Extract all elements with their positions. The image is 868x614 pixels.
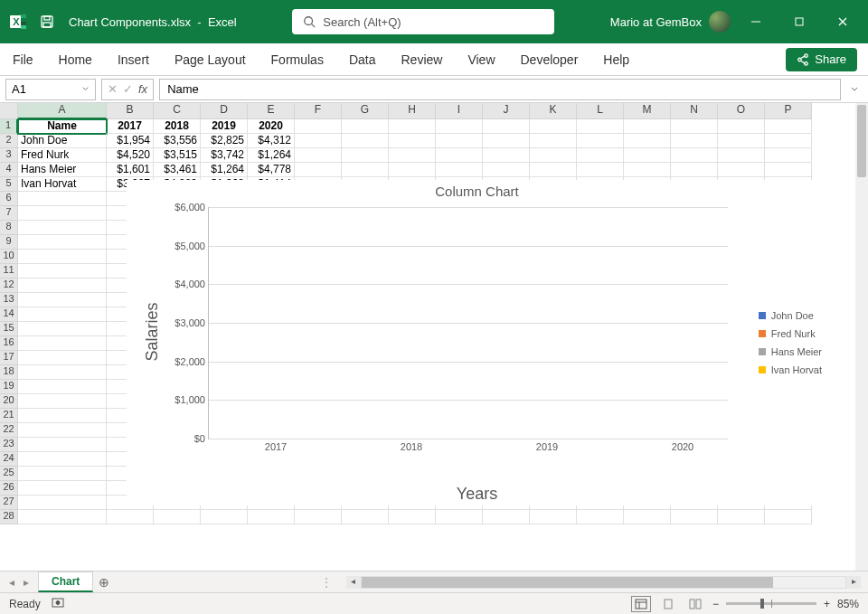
scroll-right-button[interactable]: ▸ (846, 576, 861, 589)
view-pagebreak-button[interactable] (685, 596, 705, 612)
row-header-28[interactable]: 28 (0, 510, 18, 524)
cell[interactable] (436, 119, 483, 134)
minimize-button[interactable] (738, 9, 774, 34)
col-header-f[interactable]: F (295, 103, 342, 119)
cell[interactable] (389, 148, 436, 163)
cell[interactable] (530, 134, 577, 148)
cell[interactable] (201, 510, 248, 524)
cell[interactable]: $4,778 (248, 163, 295, 177)
cell[interactable] (18, 510, 107, 524)
cell[interactable] (18, 293, 107, 307)
fx-icon[interactable]: fx (138, 82, 147, 96)
cell[interactable] (530, 163, 577, 177)
cell[interactable] (18, 496, 107, 510)
user-avatar[interactable] (709, 11, 731, 33)
select-all-corner[interactable] (0, 103, 18, 119)
cell[interactable]: $3,556 (154, 134, 201, 148)
cell[interactable] (577, 510, 624, 524)
cell[interactable] (718, 148, 765, 163)
cell[interactable] (18, 351, 107, 365)
cell[interactable] (18, 438, 107, 452)
cell[interactable] (342, 510, 389, 524)
row-header-5[interactable]: 5 (0, 177, 18, 192)
search-box[interactable]: Search (Alt+Q) (292, 9, 554, 34)
row-header-7[interactable]: 7 (0, 206, 18, 221)
cell[interactable] (389, 134, 436, 148)
cell[interactable]: $1,954 (107, 134, 154, 148)
cell[interactable] (577, 163, 624, 177)
cell[interactable] (18, 250, 107, 264)
cell[interactable] (18, 279, 107, 293)
cell[interactable]: 2017 (107, 119, 154, 134)
cell[interactable] (18, 423, 107, 438)
cell[interactable] (295, 510, 342, 524)
cell[interactable] (671, 163, 718, 177)
cell[interactable] (577, 134, 624, 148)
col-header-j[interactable]: J (483, 103, 530, 119)
cell[interactable] (18, 336, 107, 351)
cell[interactable] (718, 119, 765, 134)
col-header-e[interactable]: E (248, 103, 295, 119)
cell[interactable] (436, 134, 483, 148)
row-header-6[interactable]: 6 (0, 192, 18, 206)
row-header-23[interactable]: 23 (0, 438, 18, 452)
cell[interactable] (18, 380, 107, 394)
row-header-13[interactable]: 13 (0, 293, 18, 307)
cell[interactable]: $4,520 (107, 148, 154, 163)
cell[interactable]: 2018 (154, 119, 201, 134)
cell[interactable] (342, 148, 389, 163)
col-header-k[interactable]: K (530, 103, 577, 119)
cell[interactable] (18, 409, 107, 423)
col-header-c[interactable]: C (154, 103, 201, 119)
cell[interactable] (718, 163, 765, 177)
cell[interactable] (483, 163, 530, 177)
cell[interactable] (389, 119, 436, 134)
zoom-in-button[interactable]: + (824, 598, 830, 610)
accept-formula-icon[interactable]: ✓ (123, 82, 133, 96)
row-header-20[interactable]: 20 (0, 394, 18, 409)
ribbon-tab-developer[interactable]: Developer (519, 47, 580, 72)
cell[interactable] (18, 322, 107, 336)
cell[interactable] (18, 192, 107, 206)
user-name[interactable]: Mario at GemBox (610, 15, 702, 29)
row-header-26[interactable]: 26 (0, 481, 18, 496)
add-sheet-button[interactable]: ⊕ (93, 575, 115, 590)
cell[interactable] (154, 510, 201, 524)
cell[interactable]: $1,264 (248, 148, 295, 163)
cell[interactable] (342, 119, 389, 134)
cell[interactable] (624, 119, 671, 134)
cell[interactable]: 2019 (201, 119, 248, 134)
horizontal-scrollbar[interactable]: ◂ ▸ (346, 576, 861, 589)
cell[interactable] (295, 148, 342, 163)
col-header-n[interactable]: N (671, 103, 718, 119)
maximize-button[interactable] (781, 9, 817, 34)
cell[interactable] (295, 163, 342, 177)
cell[interactable] (18, 235, 107, 250)
cell[interactable]: 2020 (248, 119, 295, 134)
cell[interactable] (577, 119, 624, 134)
cell[interactable] (18, 452, 107, 467)
cell[interactable] (483, 148, 530, 163)
cell[interactable] (718, 510, 765, 524)
cell[interactable] (718, 134, 765, 148)
cell[interactable] (18, 221, 107, 235)
cell[interactable] (18, 481, 107, 496)
row-header-14[interactable]: 14 (0, 307, 18, 322)
cell[interactable] (624, 163, 671, 177)
row-header-16[interactable]: 16 (0, 336, 18, 351)
row-header-1[interactable]: 1 (0, 119, 18, 134)
cell[interactable]: $1,601 (107, 163, 154, 177)
cell[interactable] (18, 467, 107, 481)
cell[interactable] (530, 510, 577, 524)
cell[interactable] (765, 148, 812, 163)
row-header-15[interactable]: 15 (0, 322, 18, 336)
cell[interactable]: $1,264 (201, 163, 248, 177)
cell[interactable]: $3,461 (154, 163, 201, 177)
row-header-3[interactable]: 3 (0, 148, 18, 163)
row-header-17[interactable]: 17 (0, 351, 18, 365)
ribbon-tab-file[interactable]: File (11, 47, 35, 72)
cell[interactable] (671, 510, 718, 524)
col-header-g[interactable]: G (342, 103, 389, 119)
cell[interactable] (248, 510, 295, 524)
cell[interactable] (342, 134, 389, 148)
